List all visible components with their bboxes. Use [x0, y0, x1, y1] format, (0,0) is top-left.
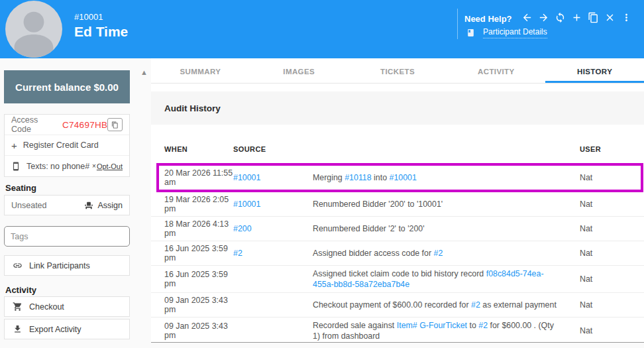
audit-user: Nat [580, 224, 617, 233]
opt-out-link[interactable]: × Opt-Out [92, 162, 123, 170]
cart-icon [13, 302, 23, 312]
audit-description: Assigned ticket claim code to bid histor… [313, 268, 580, 290]
audit-description-link[interactable]: #10001 [390, 173, 417, 182]
tags-input[interactable] [4, 226, 130, 247]
audit-source: #2 [233, 249, 313, 258]
audit-description: Renumbered Bidder '200' to '10001' [313, 199, 580, 209]
more-options-icon[interactable] [620, 11, 632, 23]
audit-when: 09 Jan 2025 3:43 pm [164, 296, 233, 314]
audit-description-link[interactable]: #2 [434, 249, 443, 258]
tab-history[interactable]: HISTORY [545, 60, 644, 83]
header-toolbar [521, 11, 632, 23]
book-icon [466, 29, 475, 37]
person-silhouette-icon [5, 1, 62, 58]
collapse-arrow-icon[interactable]: ▲ [140, 68, 148, 76]
table-row: 20 Mar 2026 11:55 am#10001Merging #10118… [156, 163, 643, 192]
table-header-row: WHEN SOURCE USER [151, 125, 644, 163]
table-row: 18 Mar 2026 4:13 pm#200Renumbered Bidder… [151, 217, 644, 241]
participant-header: #10001 Ed Time Need Help? Participan [0, 0, 644, 58]
seating-status: Unseated [11, 201, 47, 210]
audit-user: Nat [580, 326, 617, 335]
audit-when: 20 Mar 2026 11:55 am [164, 168, 233, 187]
link-icon [13, 261, 23, 270]
participant-name: Ed Time [74, 24, 128, 40]
tab-bar: SUMMARY IMAGES TICKETS ACTIVITY HISTORY [151, 60, 644, 84]
audit-description-link[interactable]: f08c84d5-74ea-455a-bb8d-58a72eba7b4e [313, 269, 544, 289]
assign-seat-button[interactable]: Assign [84, 201, 123, 210]
col-header-user: USER [580, 145, 617, 163]
participant-details-link[interactable]: Participant Details [466, 27, 547, 38]
audit-source: #200 [233, 224, 313, 233]
audit-description-link[interactable]: #10118 [345, 173, 371, 182]
audit-description: Merging #10118 into #10001 [313, 172, 580, 183]
table-row: 16 Jun 2025 3:59 pmAssigned ticket claim… [151, 266, 644, 293]
audit-description-link[interactable]: Item# G-FourTicket [397, 321, 467, 330]
access-code-value: C74697HB [62, 120, 107, 130]
small-x-icon: × [92, 162, 96, 170]
copy-access-code-button[interactable] [107, 118, 123, 131]
audit-when: 16 Jun 2025 3:59 pm [164, 270, 233, 288]
access-code-row: Access Code C74697HB [5, 115, 129, 135]
export-activity-button[interactable]: Export Activity [4, 319, 130, 339]
register-credit-card-label: Register Credit Card [23, 141, 99, 150]
audit-user: Nat [580, 173, 617, 182]
audit-source: #10001 [233, 173, 313, 182]
tab-activity[interactable]: ACTIVITY [447, 60, 545, 83]
audit-description-link[interactable]: #2 [471, 300, 480, 310]
table-row: 09 Jan 2025 3:43 pmCheckout payment of $… [151, 293, 644, 318]
audit-source-link[interactable]: #10001 [233, 173, 260, 182]
add-icon[interactable] [570, 11, 582, 23]
download-icon [13, 324, 23, 334]
audit-user: Nat [580, 300, 617, 310]
audit-source-link[interactable]: #10001 [233, 200, 260, 209]
assign-label: Assign [97, 201, 123, 210]
audit-when: 09 Jan 2025 3:43 pm [164, 321, 233, 340]
tab-tickets[interactable]: TICKETS [349, 60, 447, 83]
col-header-when: WHEN [164, 145, 233, 163]
access-code-label: Access Code [11, 115, 57, 134]
participant-info-card: Access Code C74697HB + Register Credit C… [4, 114, 130, 177]
audit-when: 18 Mar 2026 4:13 pm [164, 219, 233, 238]
current-balance-badge: Current balance $0.00 [4, 70, 130, 103]
section-title-band: Audit History [151, 91, 644, 125]
activity-heading: Activity [5, 285, 36, 295]
col-header-desc [313, 153, 580, 163]
table-row: 16 Jun 2025 3:59 pm#2Assigned bidder acc… [151, 241, 644, 266]
audit-source-link[interactable]: #2 [233, 249, 242, 258]
link-participants-button[interactable]: Link Participants [4, 255, 130, 276]
forward-arrow-icon[interactable] [537, 11, 549, 23]
plus-icon: + [11, 140, 17, 151]
section-title: Audit History [164, 103, 221, 113]
link-participants-label: Link Participants [29, 261, 90, 270]
participant-details-label: Participant Details [483, 27, 547, 38]
export-activity-label: Export Activity [29, 325, 81, 334]
table-row: 19 Mar 2026 2:05 pm#10001Renumbered Bidd… [151, 192, 644, 217]
audit-when: 16 Jun 2025 3:59 pm [164, 244, 233, 262]
audit-user: Nat [580, 274, 617, 284]
copy-icon [111, 121, 119, 129]
texts-label: Texts: no phone# [27, 162, 89, 171]
back-arrow-icon[interactable] [521, 11, 533, 23]
checkout-button[interactable]: Checkout [4, 296, 130, 317]
copy-icon[interactable] [587, 11, 599, 23]
tab-summary[interactable]: SUMMARY [151, 60, 250, 83]
audit-user: Nat [580, 200, 617, 209]
opt-out-label: Opt-Out [97, 162, 123, 170]
checkout-label: Checkout [29, 302, 64, 312]
register-credit-card-button[interactable]: + Register Credit Card [5, 135, 129, 156]
refresh-icon[interactable] [554, 11, 566, 23]
participant-number: #10001 [74, 12, 103, 22]
audit-description-link[interactable]: #2 [478, 321, 488, 330]
table-row: 09 Jan 2025 3:43 pmRecorded sale against… [151, 318, 644, 344]
audit-source-link[interactable]: #200 [233, 224, 252, 233]
audit-when: 19 Mar 2026 2:05 pm [164, 195, 233, 213]
audit-description: Assigned bidder access code for #2 [313, 248, 580, 259]
audit-user: Nat [580, 249, 617, 258]
tab-images[interactable]: IMAGES [250, 60, 349, 83]
avatar [5, 1, 62, 58]
seating-heading: Seating [5, 183, 36, 193]
audit-source: #10001 [233, 200, 313, 209]
audit-description: Renumbered Bidder '2' to '200' [313, 223, 580, 234]
need-help-link[interactable]: Need Help? [464, 14, 512, 24]
close-icon[interactable] [604, 11, 616, 23]
